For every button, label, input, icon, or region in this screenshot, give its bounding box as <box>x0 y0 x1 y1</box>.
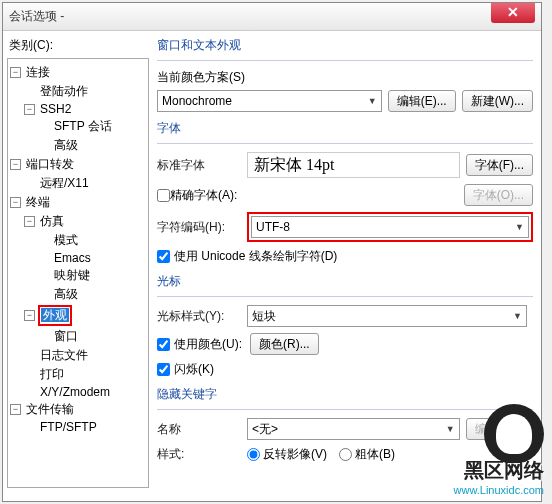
tree-item[interactable]: 高级 <box>38 285 146 304</box>
tree-item[interactable]: 模式 <box>38 231 146 250</box>
tree-item-label: SSH2 <box>38 102 73 116</box>
tree-item[interactable]: 窗口 <box>38 327 146 346</box>
keyword-name-label: 名称 <box>157 421 247 438</box>
close-button[interactable]: ✕ <box>491 3 535 23</box>
tree-item-label: 终端 <box>24 194 52 211</box>
tree-item-label: X/Y/Zmodem <box>38 385 112 399</box>
tree-toggle-icon[interactable]: − <box>24 216 35 227</box>
bold-radio[interactable]: 粗体(B) <box>339 446 395 463</box>
titlebar[interactable]: 会话选项 - ✕ <box>3 3 541 31</box>
exact-font-checkbox[interactable] <box>157 189 170 202</box>
tree-toggle-icon[interactable]: − <box>24 310 35 321</box>
cursor-style-label: 光标样式(Y): <box>157 308 247 325</box>
tree-item-label: 端口转发 <box>24 156 76 173</box>
tree-item[interactable]: FTP/SFTP <box>24 419 146 435</box>
exact-font-button: 字体(O)... <box>464 184 533 206</box>
tree-toggle-icon[interactable]: − <box>10 404 21 415</box>
reverse-radio[interactable]: 反转影像(V) <box>247 446 327 463</box>
tree-item[interactable]: −外观 <box>24 304 146 327</box>
tree-item[interactable]: Emacs <box>38 250 146 266</box>
use-color-checkbox[interactable] <box>157 338 170 351</box>
tree-item-label: Emacs <box>52 251 93 265</box>
tree-item[interactable]: −仿真 <box>24 212 146 231</box>
tree-item[interactable]: SFTP 会话 <box>38 117 146 136</box>
tree-item[interactable]: −端口转发 <box>10 155 146 174</box>
section-title: 窗口和文本外观 <box>157 37 533 54</box>
tree-item-label: 模式 <box>52 232 80 249</box>
keyword-style-label: 样式: <box>157 446 247 463</box>
encoding-select[interactable]: UTF-8 <box>251 216 529 238</box>
font-button[interactable]: 字体(F)... <box>466 154 533 176</box>
tree-item[interactable]: −连接 <box>10 63 146 82</box>
cursor-style-select[interactable]: 短块 <box>247 305 527 327</box>
category-panel: 类别(C): −连接登陆动作−SSH2SFTP 会话高级−端口转发远程/X11−… <box>3 31 153 501</box>
dialog-window: 会话选项 - ✕ 类别(C): −连接登陆动作−SSH2SFTP 会话高级−端口… <box>2 2 542 502</box>
tree-item-label: 高级 <box>52 286 80 303</box>
tree-item-label: 登陆动作 <box>38 83 90 100</box>
new-scheme-button[interactable]: 新建(W)... <box>462 90 533 112</box>
tree-item[interactable]: −终端 <box>10 193 146 212</box>
font-preview: 新宋体 14pt <box>247 152 460 178</box>
tree-item-label: SFTP 会话 <box>52 118 114 135</box>
tree-item-label: 窗口 <box>52 328 80 345</box>
std-font-label: 标准字体 <box>157 157 247 174</box>
tree-toggle-icon[interactable]: − <box>24 104 35 115</box>
tree-item-label: 连接 <box>24 64 52 81</box>
tree-item[interactable]: X/Y/Zmodem <box>24 384 146 400</box>
tree-item[interactable]: 映射键 <box>38 266 146 285</box>
encoding-label: 字符编码(H): <box>157 219 247 236</box>
tree-toggle-icon[interactable]: − <box>10 197 21 208</box>
edit-scheme-button[interactable]: 编辑(E)... <box>388 90 456 112</box>
category-tree[interactable]: −连接登陆动作−SSH2SFTP 会话高级−端口转发远程/X11−终端−仿真模式… <box>7 58 149 488</box>
scheme-label: 当前颜色方案(S) <box>157 69 533 86</box>
tree-item-label: 外观 <box>41 308 69 322</box>
section-title: 字体 <box>157 120 533 137</box>
tree-item-label: 文件传输 <box>24 401 76 418</box>
unicode-lines-checkbox[interactable] <box>157 250 170 263</box>
tree-item[interactable]: −文件传输 <box>10 400 146 419</box>
tree-item-label: 高级 <box>52 137 80 154</box>
cursor-color-button[interactable]: 颜色(R)... <box>250 333 319 355</box>
settings-panel: 窗口和文本外观 当前颜色方案(S) Monochrome 编辑(E)... 新建… <box>153 31 541 501</box>
tree-item[interactable]: 日志文件 <box>24 346 146 365</box>
section-title: 光标 <box>157 273 533 290</box>
tree-item-label: 日志文件 <box>38 347 90 364</box>
blink-checkbox[interactable] <box>157 363 170 376</box>
keyword-name-select[interactable]: <无> <box>247 418 460 440</box>
tree-item[interactable]: 高级 <box>38 136 146 155</box>
tree-toggle-icon[interactable]: − <box>10 159 21 170</box>
tree-item-label: 映射键 <box>52 267 92 284</box>
color-scheme-select[interactable]: Monochrome <box>157 90 382 112</box>
tree-item[interactable]: 打印 <box>24 365 146 384</box>
tree-item[interactable]: −SSH2 <box>24 101 146 117</box>
tree-item[interactable]: 远程/X11 <box>24 174 146 193</box>
category-label: 类别(C): <box>7 37 149 54</box>
tree-item-label: FTP/SFTP <box>38 420 99 434</box>
tree-toggle-icon[interactable]: − <box>10 67 21 78</box>
tree-item-label: 打印 <box>38 366 66 383</box>
tree-item-label: 仿真 <box>38 213 66 230</box>
tree-item[interactable]: 登陆动作 <box>24 82 146 101</box>
tree-item-label: 远程/X11 <box>38 175 91 192</box>
keyword-edit-button: 编辑(T)... <box>466 418 533 440</box>
window-title: 会话选项 - <box>9 8 64 25</box>
section-title: 隐藏关键字 <box>157 386 533 403</box>
